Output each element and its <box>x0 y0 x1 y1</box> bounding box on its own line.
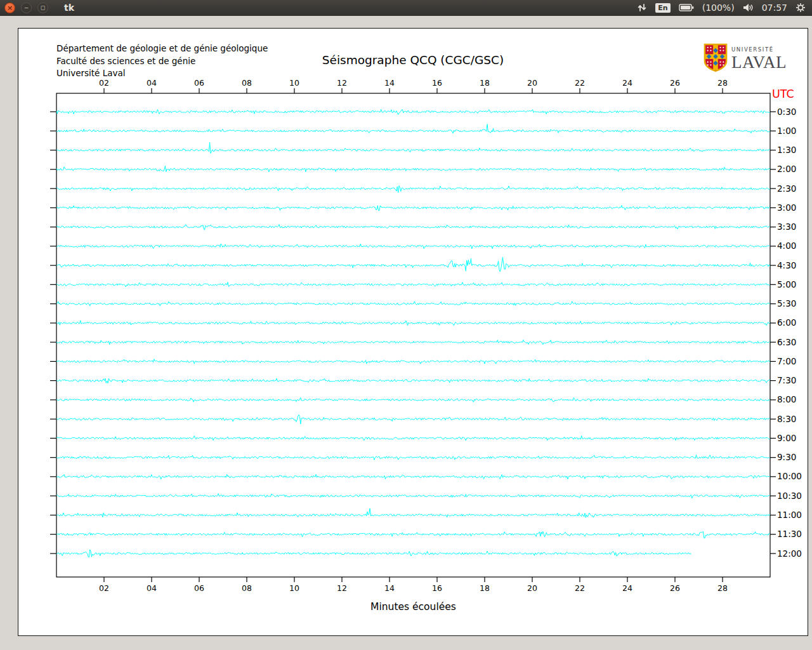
utc-axis-title: UTC <box>772 88 794 100</box>
utc-label: 12:00 <box>777 548 802 559</box>
x-tick-label-top: 28 <box>717 78 728 88</box>
top-panel: × − ◻ tk En (100%) 07:57 <box>0 0 812 16</box>
x-tick-label-bottom: 08 <box>242 583 252 593</box>
utc-label: 1:00 <box>777 126 796 136</box>
utc-label: 1:30 <box>777 145 796 155</box>
seismo-trace <box>56 124 770 134</box>
session-gear-icon[interactable] <box>796 3 806 13</box>
seismo-trace <box>56 494 770 498</box>
seismo-trace <box>56 359 770 364</box>
battery-icon[interactable] <box>679 3 694 12</box>
x-tick-label-top: 12 <box>337 78 347 88</box>
seismo-trace <box>56 257 770 272</box>
x-axis-label: Minutes écoulées <box>370 601 456 613</box>
x-tick-label-bottom: 06 <box>194 583 204 593</box>
utc-label: 2:30 <box>777 183 796 194</box>
x-tick-label-top: 04 <box>147 78 157 88</box>
utc-label: 2:00 <box>777 164 796 174</box>
x-tick-label-top: 06 <box>194 78 204 88</box>
x-tick-label-top: 10 <box>289 78 299 88</box>
x-axis-bottom: 0204060810121416182022242628 <box>99 577 728 593</box>
utc-label: 11:00 <box>777 510 802 520</box>
plot-border <box>56 93 770 577</box>
utc-label: 5:30 <box>777 298 796 308</box>
x-tick-label-top: 14 <box>384 78 395 88</box>
x-tick-label-top: 08 <box>242 78 252 88</box>
seismo-trace <box>56 455 770 460</box>
utc-label: 0:30 <box>777 107 796 117</box>
row-ticks <box>50 112 776 554</box>
utc-label: 3:00 <box>777 202 796 213</box>
seismo-trace <box>56 415 770 424</box>
x-tick-label-top: 02 <box>99 78 109 88</box>
seismo-trace <box>56 340 770 345</box>
utc-label: 5:00 <box>777 279 796 289</box>
maximize-button[interactable]: ◻ <box>37 3 48 13</box>
x-tick-label-bottom: 20 <box>527 583 537 593</box>
minimize-button[interactable]: − <box>21 3 32 13</box>
utc-label: 4:30 <box>777 260 796 270</box>
utc-label: 9:30 <box>777 452 796 462</box>
utc-label: 10:30 <box>777 491 802 501</box>
x-axis-top: 0204060810121416182022242628 <box>99 78 728 93</box>
keyboard-layout-indicator[interactable]: En <box>655 3 670 13</box>
x-tick-label-bottom: 16 <box>432 583 442 593</box>
battery-percentage[interactable]: (100%) <box>702 3 735 13</box>
tk-window: Département de géologie et de génie géol… <box>18 28 808 636</box>
seismo-trace <box>56 166 770 171</box>
x-tick-label-bottom: 26 <box>670 583 680 593</box>
x-tick-label-top: 16 <box>432 78 442 88</box>
utc-label: 4:00 <box>777 241 796 251</box>
x-tick-label-bottom: 18 <box>480 583 490 593</box>
x-tick-label-bottom: 14 <box>384 583 395 593</box>
x-tick-label-bottom: 24 <box>622 583 632 593</box>
seismo-trace <box>56 321 770 326</box>
x-tick-label-bottom: 28 <box>717 583 728 593</box>
seismo-trace <box>56 244 770 249</box>
x-tick-label-top: 18 <box>480 78 490 88</box>
seismo-trace <box>56 302 770 306</box>
utc-label: 8:00 <box>777 394 796 404</box>
utc-label: 3:30 <box>777 222 796 232</box>
utc-labels: 0:301:001:302:002:303:003:304:004:305:00… <box>777 107 802 559</box>
utc-label: 9:00 <box>777 433 796 443</box>
seismo-trace <box>56 397 770 402</box>
x-tick-label-top: 20 <box>527 78 537 88</box>
indicator-area: En (100%) 07:57 <box>637 3 806 13</box>
utc-label: 10:00 <box>777 471 802 481</box>
utc-label: 6:00 <box>777 317 796 328</box>
utc-label: 8:30 <box>777 414 796 424</box>
seismo-trace <box>56 550 691 557</box>
seismo-trace <box>56 206 770 211</box>
clock[interactable]: 07:57 <box>762 3 787 13</box>
x-tick-label-bottom: 02 <box>99 583 109 593</box>
window-title: tk <box>64 3 74 13</box>
x-tick-label-bottom: 22 <box>575 583 585 593</box>
updown-arrows-icon[interactable] <box>637 3 647 13</box>
seismo-trace <box>56 282 770 287</box>
utc-label: 6:30 <box>777 337 796 347</box>
seismograph-svg: 0204060810121416182022242628020406081012… <box>18 29 808 635</box>
x-tick-label-top: 26 <box>670 78 680 88</box>
seismograph-plot: 0204060810121416182022242628020406081012… <box>18 29 808 635</box>
x-tick-label-bottom: 04 <box>147 583 157 593</box>
seismo-trace <box>56 186 770 193</box>
window-controls: × − ◻ <box>4 3 48 13</box>
seismo-trace <box>56 436 770 441</box>
seismo-trace <box>56 225 770 230</box>
seismo-trace <box>56 378 770 383</box>
utc-label: 7:00 <box>777 356 796 366</box>
utc-label: 7:30 <box>777 375 796 385</box>
seismo-trace <box>56 109 770 114</box>
seismo-trace <box>56 508 770 518</box>
traces <box>56 109 770 557</box>
x-tick-label-top: 22 <box>575 78 585 88</box>
close-button[interactable]: × <box>4 3 15 13</box>
x-tick-label-top: 24 <box>622 78 632 88</box>
x-tick-label-bottom: 10 <box>289 583 299 593</box>
seismo-trace <box>56 474 770 479</box>
x-tick-label-bottom: 12 <box>337 583 347 593</box>
seismo-trace <box>56 142 770 153</box>
volume-icon[interactable] <box>743 3 754 12</box>
utc-label: 11:30 <box>777 529 802 539</box>
